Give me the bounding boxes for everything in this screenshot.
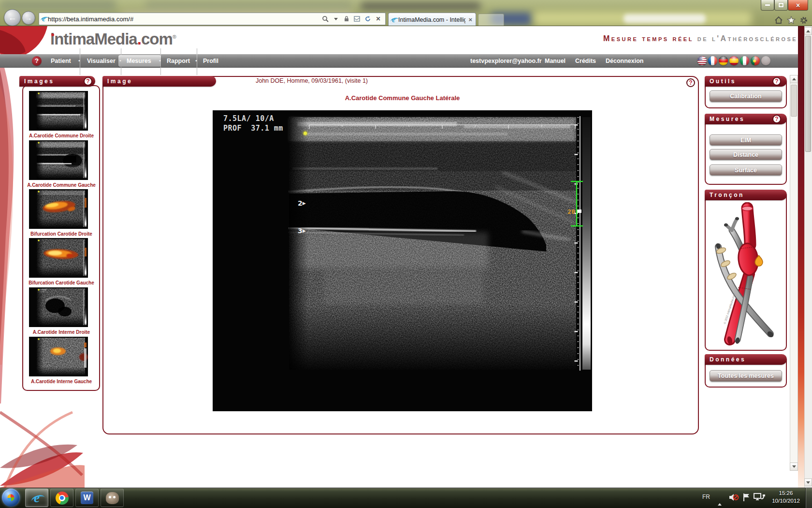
logo-text: intimaMedia: [50, 30, 137, 48]
nav-link-credits[interactable]: Crédits: [575, 58, 596, 64]
thumbnail-carotide-interne-droite[interactable]: [29, 287, 88, 327]
ultrasound-info-line1: 7.5LA/ 10/A: [223, 114, 274, 123]
browser-scrollbar-thumb[interactable]: [805, 36, 811, 152]
ultrasound-image: [213, 110, 592, 411]
url-bar[interactable]: e https://beta.intimamedia.com/# ✕: [39, 13, 386, 25]
thumbnail-carotide-interne-gauche[interactable]: [29, 337, 88, 376]
clock-time: 15:26: [770, 489, 802, 497]
new-tab-button[interactable]: [478, 14, 504, 26]
troncon-panel-title: Tronçon: [710, 192, 744, 198]
tools-help-icon[interactable]: ?: [772, 77, 781, 86]
url-text[interactable]: https://beta.intimamedia.com/#: [48, 15, 319, 23]
refresh-icon[interactable]: [363, 15, 372, 23]
nav-separator: •: [119, 58, 121, 63]
thumbnail-carotide-commune-droite[interactable]: [29, 91, 88, 131]
favorites-star-icon[interactable]: [786, 15, 797, 25]
hidden-icons-button[interactable]: [718, 495, 722, 504]
nav-item-visualiser[interactable]: Visualiser: [87, 58, 116, 64]
volume-muted-icon[interactable]: [728, 493, 739, 502]
flag-de-icon[interactable]: [719, 56, 728, 65]
nav-item-patient[interactable]: Patient: [51, 58, 71, 64]
home-icon[interactable]: [773, 15, 784, 25]
flag-it-icon[interactable]: [740, 56, 749, 65]
browser-forward-button[interactable]: →: [22, 11, 35, 25]
tab-title: IntimaMedia.com - Intellig...: [398, 16, 465, 23]
stop-icon[interactable]: ✕: [374, 15, 382, 23]
nav-link-deconnexion[interactable]: Déconnexion: [606, 58, 644, 64]
thumbnail-bifurcation-carotide-gauche[interactable]: [29, 238, 88, 278]
page-scrollbar[interactable]: [790, 75, 798, 471]
arrow-down-icon: [792, 465, 796, 468]
calibration-button[interactable]: Calibration: [710, 90, 782, 102]
tagline: Mesure temps réel de l'Athérosclérose: [599, 31, 793, 46]
image-title: A.Carotide Commune Gauche Latérale: [213, 94, 592, 102]
marker-arrow-icon: ▶: [303, 228, 306, 233]
browser-back-button[interactable]: ←: [4, 9, 21, 26]
thumbnail-carotide-commune-gauche[interactable]: [29, 140, 88, 180]
site-logo: intimaMedia.com®: [50, 30, 176, 48]
flag-fr-icon[interactable]: [708, 56, 717, 65]
nav-help-icon[interactable]: ?: [32, 56, 42, 66]
all-measures-button[interactable]: Toutes les mesures: [710, 370, 782, 382]
nav-item-rapport[interactable]: Rapport: [167, 58, 190, 64]
arrow-up-icon: [718, 495, 722, 506]
image-help-icon[interactable]: ?: [686, 78, 695, 87]
ultrasound-viewport[interactable]: 7.5LA/ 10/A PROF 37.1 mm 2▶ 3▶ 20: [213, 110, 592, 411]
start-button[interactable]: [2, 489, 20, 507]
distance-button[interactable]: Distance: [710, 149, 782, 160]
logo-dot: .: [137, 30, 141, 48]
compatibility-view-icon[interactable]: [353, 15, 361, 23]
browser-scroll-up-button[interactable]: [804, 27, 812, 35]
measures-help-icon[interactable]: ?: [772, 115, 781, 123]
tools-panel-title: Outils: [710, 78, 736, 85]
page-scroll-up-button[interactable]: [790, 75, 798, 83]
flag-pt-icon[interactable]: [751, 56, 760, 65]
nav-item-mesures[interactable]: Mesures: [127, 58, 151, 64]
user-email[interactable]: testvpexplorer@yahoo.fr: [470, 58, 542, 64]
browser-chrome: ← → e https://beta.intimamedia.com/# ✕ e…: [0, 0, 812, 26]
taskbar-clock[interactable]: 15:26 10/10/2012: [770, 489, 802, 507]
browser-scroll-down-button[interactable]: [804, 478, 812, 486]
data-panel-title: Données: [710, 356, 746, 363]
logo-tld: com: [141, 30, 173, 48]
ssl-lock-icon[interactable]: [342, 15, 350, 23]
page-scroll-down-button[interactable]: [790, 463, 798, 471]
search-icon[interactable]: [321, 15, 329, 23]
taskbar-chrome[interactable]: [50, 489, 73, 507]
background-window-blur: [0, 0, 116, 11]
tab-close-icon[interactable]: ×: [468, 16, 472, 23]
action-center-flag-icon[interactable]: [742, 493, 751, 502]
flag-inactive-icon[interactable]: [761, 56, 770, 65]
marker-2-label: 2: [298, 199, 303, 207]
surface-button[interactable]: Surface: [710, 164, 782, 176]
window-close-button[interactable]: ×: [788, 0, 808, 11]
search-dropdown-icon[interactable]: [332, 15, 340, 23]
page-scrollbar-thumb[interactable]: [791, 85, 797, 117]
taskbar-word[interactable]: W: [75, 489, 99, 507]
show-desktop-button[interactable]: [805, 488, 812, 508]
internet-explorer-icon: e: [34, 492, 40, 505]
system-tray: FR 15:26 10/10/2012: [698, 488, 805, 508]
minimize-icon: [765, 4, 770, 6]
language-indicator[interactable]: FR: [702, 493, 710, 500]
taskbar-internet-explorer[interactable]: e: [25, 489, 48, 507]
network-icon[interactable]: [754, 493, 766, 502]
nav-item-profil[interactable]: Profil: [203, 58, 218, 64]
browser-tab[interactable]: e IntimaMedia.com - Intellig... ×: [388, 13, 476, 26]
taskbar-gimp[interactable]: [101, 489, 124, 507]
nav-separator: •: [159, 58, 161, 63]
flag-es-icon[interactable]: [729, 56, 739, 65]
window-minimize-button[interactable]: [761, 0, 774, 11]
nav-link-manuel[interactable]: Manuel: [545, 58, 566, 64]
artery-diagram[interactable]: © 2011 IntimaMedia.com: [708, 202, 784, 347]
thumbnail-caption: A.Carotide Commune Gauche: [23, 182, 100, 188]
thumbnail-caption: A.Carotide Interne Gauche: [23, 379, 100, 384]
settings-gear-icon[interactable]: [798, 15, 809, 25]
flag-us-icon[interactable]: [697, 56, 707, 65]
eim-button[interactable]: EIM: [710, 134, 782, 146]
thumbnail-bifurcation-carotide-droite[interactable]: [29, 189, 88, 229]
images-help-icon[interactable]: ?: [84, 77, 92, 86]
wall-marker-3: 3▶: [298, 227, 306, 235]
window-restore-button[interactable]: [774, 0, 788, 11]
forward-arrow-icon: →: [25, 14, 32, 22]
